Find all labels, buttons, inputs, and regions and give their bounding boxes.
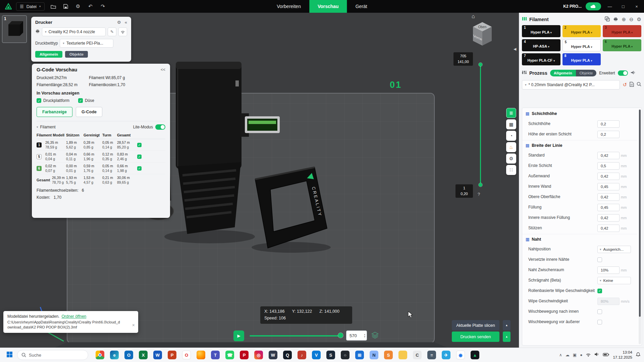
taskbar-app-chrome[interactable] [96,351,104,359]
taskbar-app-whatsapp[interactable]: ☎ [225,351,234,359]
setting-checkbox[interactable] [597,320,602,324]
setting-input[interactable]: 0,45 [597,204,620,211]
battery-tray-icon[interactable] [603,352,609,358]
layers-icon[interactable] [371,331,379,341]
setting-input[interactable]: 0,42 [597,214,620,222]
reset-preset-icon[interactable]: ↺ [623,82,627,88]
undo-icon[interactable]: ↶ [87,3,94,10]
filament-chip-2[interactable]: 2Hyper PLA ▾ [562,25,601,37]
setting-input[interactable]: 0,42 [597,193,620,201]
category-plugins-icon[interactable]: ∷ [506,165,516,175]
filament-chip-8[interactable]: 8Hyper PLA ▾ [562,53,601,65]
preview-check[interactable]: ✓Düse [78,98,94,103]
layer-slider-top-handle[interactable] [479,63,482,66]
mode-tab-2[interactable]: Vorschau [309,0,347,13]
layer-slider-bottom-handle[interactable] [479,183,482,187]
taskbar-app-telegram[interactable]: ✈ [442,351,450,359]
taskbar-app-excel[interactable]: X [139,351,148,359]
setting-input[interactable]: 0,5 [597,162,620,170]
taskbar-app-notepad[interactable]: N [370,351,378,359]
wifi-icon[interactable] [118,27,127,36]
taskbar-app-folder[interactable] [398,351,407,359]
taskbar-search-input[interactable]: Suche [17,350,88,360]
taskbar-app-music[interactable]: ♪ [298,351,306,359]
layer-range-slider[interactable] [479,64,482,185]
taskbar-app-pinterest[interactable]: P [240,351,249,359]
filament-settings-gear-icon[interactable]: ⚙ [637,16,641,22]
taskbar-app-steam[interactable]: S [326,351,335,359]
plate-thumbnail[interactable]: 1 [2,15,27,43]
setting-input[interactable]: 0,42 [597,173,620,180]
row-checkbox[interactable]: ✓ [137,166,142,171]
setting-select[interactable]: ▾Ausgerich... [597,246,631,253]
slice-plate-button[interactable]: Aktuelle Platte slicen [452,320,499,330]
filament-chip-4[interactable]: 4HP-ASA ▾ [522,39,560,51]
collapse-gcode-panel-icon[interactable]: << [161,67,165,72]
filament-mapping-icon[interactable] [605,16,610,22]
setting-input[interactable]: 10% [597,266,620,274]
advanced-toggle[interactable] [618,70,628,76]
taskbar-app-instagram[interactable]: ◎ [254,351,263,359]
taskbar-app-opera[interactable]: O [182,351,191,359]
navigation-cube[interactable]: Oben Vorne [469,19,496,50]
open-folder-link[interactable]: Ordner öffnen [61,314,86,319]
step-value-field[interactable]: 570 ▴▾ [346,330,367,341]
filament-chip-1[interactable]: 1Hyper PLA ▾ [522,25,560,37]
redo-icon[interactable]: ↷ [99,3,107,10]
filament-chip-6[interactable]: 6Hyper PLA ▾ [603,39,641,51]
taskbar-app-powerpoint[interactable]: P [168,351,176,359]
volume-tray-icon[interactable] [594,352,599,358]
view-button-2[interactable]: G-Code [76,107,102,117]
setting-select[interactable]: ▾Keine [597,277,631,284]
taskbar-app-vscode[interactable]: V [312,351,321,359]
remove-filament-icon[interactable]: ⊖ [629,16,634,22]
process-preset-select[interactable]: ▾ * 0.20mm Standard @Creality K2 P... [522,80,620,89]
taskbar-app-edge[interactable]: e [110,351,119,359]
collapse-panel-icon[interactable]: « [125,20,127,25]
taskbar-app-qq[interactable]: Q [283,351,292,359]
checkbox-icon[interactable]: ✓ [37,98,41,103]
add-filament-icon[interactable]: ⊕ [622,16,626,22]
hidden-icons-chevron[interactable]: ∧ [559,353,562,357]
minimize-button[interactable]: — [605,2,614,11]
toast-close-icon[interactable]: × [132,322,135,328]
taskbar-app-teams[interactable]: T [211,351,220,359]
printer-select[interactable]: ▾ Creality K2 Pro 0.4 nozzle [42,27,106,36]
row-checkbox[interactable]: ✓ [137,155,142,159]
taskbar-app-sublime[interactable]: S [384,351,393,359]
send-print-button[interactable]: Drucken senden [452,331,499,342]
help-icon[interactable]: ? [478,192,480,197]
category-speed-icon[interactable]: ◔ [506,131,516,141]
preset-file-icon[interactable] [630,82,634,88]
taskbar-app-outlook[interactable]: O [124,351,133,359]
maximize-button[interactable]: □ [619,2,628,11]
printer-tab-2[interactable]: Objekte [65,51,88,58]
category-support-icon[interactable]: ♨ [506,142,516,152]
tray-misc-icon[interactable]: ● [580,353,582,357]
timeline-slider-handle[interactable] [338,333,343,338]
save-icon[interactable] [62,3,69,10]
search-settings-icon[interactable] [637,82,641,88]
collapse-right-panel-icon[interactable]: ◀ [514,47,516,51]
tray-security-icon[interactable]: ▣ [573,353,577,357]
clock-datetime[interactable]: 13:04 17.12.2025 [613,350,632,360]
taskbar-app-cad[interactable]: C [413,351,422,359]
filament-chip-5[interactable]: 5Hyper PLA ▾ [562,39,601,51]
category-strength-icon[interactable]: ▦ [506,119,516,129]
setting-checkbox[interactable] [597,309,602,314]
taskbar-app-creality-print[interactable]: ▲ [471,351,479,359]
file-menu-button[interactable]: ☰ Datei ▾ [16,2,45,11]
preview-check[interactable]: ✓Druckplattform [37,98,69,103]
mode-tab-1[interactable]: Vorbereiten [268,0,309,13]
setting-input[interactable]: 0,2 [597,131,620,138]
slice-options-arrow[interactable]: ▲ [503,320,511,330]
filament-chip-7[interactable]: 7Hyper PLA-CF ▾ [522,53,560,65]
row-checkbox[interactable]: ✓ [137,143,142,147]
category-others-icon[interactable]: ⚙ [506,154,516,164]
play-preview-button[interactable]: ▶ [233,330,244,341]
bed-type-select[interactable]: ▾ Texturierte PEI-Pla... [60,39,113,48]
open-folder-icon[interactable] [50,3,57,10]
wifi-tray-icon[interactable] [586,352,591,358]
setting-input[interactable]: 0,2 [597,120,620,128]
setting-checkbox[interactable] [597,257,602,262]
